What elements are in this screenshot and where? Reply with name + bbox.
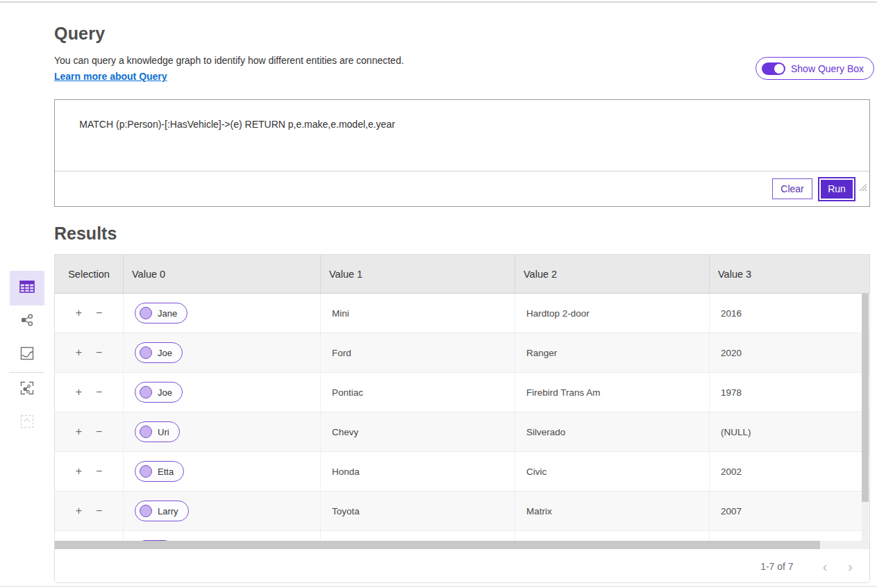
entity-pill[interactable]: Uri [135, 421, 180, 442]
clear-button[interactable]: Clear [772, 178, 812, 199]
entity-node-icon [140, 346, 152, 359]
cell-make: Chevy [320, 412, 515, 451]
table-row: + − Jane Mini Hardtop 2-door 2016 [55, 294, 869, 333]
entity-node-icon [140, 505, 152, 517]
entity-node-icon [140, 426, 152, 438]
vertical-scrollbar-thumb[interactable] [862, 294, 869, 502]
column-header-value1: Value 1 [320, 255, 515, 293]
cell-model: Ranger [515, 333, 709, 372]
table-body: + − Jane Mini Hardtop 2-door 2016 + − Jo… [55, 294, 869, 541]
column-header-value2: Value 2 [515, 255, 709, 293]
table-header-row: Selection Value 0 Value 1 Value 2 Value … [55, 255, 869, 294]
add-to-selection-button[interactable]: + [74, 464, 83, 478]
page-description: You can query a knowledge graph to ident… [54, 55, 404, 66]
map-view-button[interactable] [10, 338, 44, 371]
layout-disabled-icon [19, 413, 35, 432]
toggle-switch-icon[interactable] [762, 62, 785, 75]
map-link-chart-view-button[interactable] [10, 373, 44, 406]
column-header-value0: Value 0 [123, 255, 320, 293]
table-row: + − Etta Honda Civic 2002 [55, 452, 869, 492]
cell-year: 2007 [709, 492, 869, 530]
query-text: MATCH (p:Person)-[:HasVehicle]->(e) RETU… [79, 119, 395, 130]
vertical-scrollbar[interactable] [862, 294, 869, 541]
table-view-button[interactable] [10, 271, 44, 305]
table-row: + − Uri Chevy Silverado (NULL) [55, 412, 869, 452]
page-title: Query [54, 24, 105, 44]
entity-node-icon [140, 465, 152, 478]
cell-make: Honda [320, 452, 515, 491]
results-title: Results [54, 224, 117, 244]
link-chart-icon [19, 312, 35, 331]
bottom-divider [0, 586, 877, 587]
entity-node-icon [140, 307, 152, 319]
add-to-selection-button[interactable]: + [74, 306, 83, 320]
add-to-selection-button[interactable]: + [74, 346, 83, 360]
table-row: + − Joe Ford Ranger 2020 [55, 333, 869, 373]
remove-from-selection-button[interactable]: − [94, 385, 103, 399]
cell-make: Toyota [320, 492, 515, 530]
cell-year: (NULL) [709, 412, 869, 451]
column-header-selection: Selection [55, 255, 123, 293]
remove-from-selection-button[interactable]: − [94, 306, 103, 320]
cell-make: Ford [320, 333, 515, 372]
table-row: + − Joe Pontiac Firebird Trans Am 1978 [55, 373, 869, 412]
entity-pill[interactable]: Larry [135, 501, 189, 521]
query-footer: Clear Run [55, 171, 869, 206]
pagination-range-label: 1-7 of 7 [760, 561, 793, 572]
horizontal-scrollbar[interactable] [55, 541, 869, 549]
entity-pill[interactable]: Joe [135, 382, 183, 403]
cell-make: Mini [320, 294, 515, 333]
toggle-label: Show Query Box [791, 63, 864, 74]
cell-year: 2016 [709, 294, 869, 333]
query-input[interactable]: MATCH (p:Person)-[:HasVehicle]->(e) RETU… [55, 100, 869, 171]
learn-more-link[interactable]: Learn more about Query [54, 71, 167, 82]
map-link-chart-icon [19, 380, 35, 399]
add-to-selection-button[interactable]: + [74, 385, 83, 399]
cell-make: Pontiac [320, 373, 515, 412]
cell-year: 1978 [709, 373, 869, 412]
top-divider [0, 1, 877, 3]
table-row-partial [55, 531, 869, 541]
cell-year: 2020 [709, 333, 869, 372]
results-table-card: Selection Value 0 Value 1 Value 2 Value … [54, 254, 870, 583]
table-icon [18, 278, 36, 299]
remove-from-selection-button[interactable]: − [94, 504, 103, 518]
run-button[interactable]: Run [821, 180, 853, 199]
map-icon [19, 345, 35, 364]
query-page: Query You can query a knowledge graph to… [0, 0, 877, 588]
chevron-right-icon[interactable]: › [844, 560, 857, 573]
remove-from-selection-button[interactable]: − [94, 346, 103, 360]
link-chart-view-button[interactable] [10, 305, 44, 338]
resize-handle-icon[interactable] [859, 160, 867, 169]
horizontal-scrollbar-thumb[interactable] [55, 541, 820, 549]
table-row: + − Larry Toyota Matrix 2007 [55, 492, 869, 531]
column-header-value3: Value 3 [709, 255, 869, 293]
layout-view-button-disabled [10, 406, 44, 439]
entity-node-icon [140, 386, 152, 398]
show-query-box-toggle[interactable]: Show Query Box [755, 57, 874, 80]
entity-pill[interactable]: Jane [135, 303, 187, 324]
remove-from-selection-button[interactable]: − [94, 464, 103, 478]
remove-from-selection-button[interactable]: − [94, 425, 103, 439]
pagination-bar: 1-7 of 7 ‹ › [55, 549, 869, 583]
chevron-left-icon[interactable]: ‹ [819, 560, 832, 573]
query-box: MATCH (p:Person)-[:HasVehicle]->(e) RETU… [54, 99, 870, 207]
cell-model: Silverado [515, 412, 709, 451]
cell-model: Firebird Trans Am [515, 373, 709, 412]
cell-model: Civic [515, 452, 709, 491]
add-to-selection-button[interactable]: + [74, 504, 83, 518]
add-to-selection-button[interactable]: + [74, 425, 83, 439]
run-button-focus-ring[interactable]: Run [818, 177, 855, 201]
entity-pill[interactable]: Etta [135, 461, 184, 482]
cell-model: Hardtop 2-door [515, 294, 709, 333]
cell-model: Matrix [515, 492, 709, 530]
entity-pill[interactable]: Joe [135, 342, 183, 363]
cell-year: 2002 [709, 452, 869, 491]
